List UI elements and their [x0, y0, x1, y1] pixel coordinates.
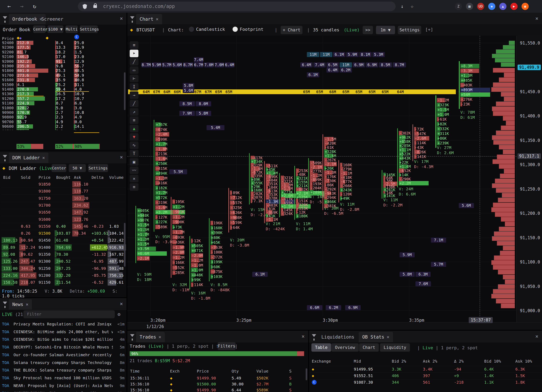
- orderbook-row[interactable]: 9220081.718.21.5: [0, 50, 126, 54]
- dom-row[interactable]: 92.0889.629135078.30-11.32167.92: [1, 251, 125, 258]
- obstats-row[interactable]: ◆91552.51406397+91.4K1.5K-66: [309, 373, 542, 379]
- expand-icon[interactable]: [+]: [425, 27, 433, 32]
- filter-funnel-icon[interactable]: [3, 302, 7, 304]
- filter-funnel-icon[interactable]: [3, 16, 7, 19]
- news-item[interactable]: TOANEAR: Proposal by [Axia] (User): Axia…: [2, 382, 125, 389]
- close-panel-icon[interactable]: ×: [120, 154, 123, 160]
- news-item[interactable]: TOACOINDESK: BitMine adds 24,000 ether, …: [2, 328, 125, 336]
- candlestick-radio[interactable]: Candlestick: [189, 27, 225, 32]
- bookmark-star-icon[interactable]: ☆: [408, 2, 416, 10]
- download-icon[interactable]: ↓: [398, 2, 406, 10]
- orderbook-row[interactable]: 92000192.291.112.9: [0, 59, 126, 64]
- snapshot-icon[interactable]: ▣: [130, 158, 138, 166]
- gear-icon[interactable]: ⚙: [118, 311, 120, 317]
- orderbook-row[interactable]: 915004.125.231.1: [0, 82, 126, 87]
- settings-button[interactable]: Settings: [88, 164, 108, 172]
- size-select[interactable]: $100 ▼: [48, 25, 63, 33]
- dom-row[interactable]: 125.26247.4791300240.52-6.95487.99: [1, 258, 125, 265]
- curve-tool-icon[interactable]: ∿: [130, 142, 138, 149]
- view-button-chart[interactable]: Chart: [359, 343, 379, 352]
- center-button[interactable]: Center: [52, 164, 66, 172]
- orderbook-row[interactable]: 91000128.25.03.0: [0, 106, 126, 110]
- obstats-row[interactable]: C91087.30344561-2181.1K1.8K-776: [309, 379, 542, 385]
- orderbook-row[interactable]: 92400212.08.425.0: [0, 41, 126, 45]
- dom-row[interactable]: 89.89152.2491400764.69+612.45916.93: [1, 244, 125, 251]
- list-icon[interactable]: ≡: [130, 116, 138, 124]
- news-item[interactable]: TOADECRYPT: Satoshi-Era Bitcoin Whale Mo…: [2, 343, 125, 351]
- chart-area[interactable]: 91,550.091,450.091,400.091,350.091,300.0…: [127, 36, 542, 330]
- close-tab-icon[interactable]: ×: [26, 302, 28, 307]
- filter-funnel-icon[interactable]: [130, 16, 135, 19]
- close-tab-icon[interactable]: ×: [158, 334, 161, 340]
- extension-icon-3[interactable]: UD: [477, 3, 484, 10]
- rect-tool-icon[interactable]: ▭: [130, 66, 138, 74]
- arrow-ne-icon[interactable]: ↗: [130, 108, 138, 116]
- extension-icon-1[interactable]: Z: [455, 3, 462, 10]
- depth-select[interactable]: 50 ▼: [69, 164, 86, 172]
- orderbook-row[interactable]: 9080092.92.34.9: [0, 115, 126, 120]
- dom-row[interactable]: 224.16417.9591200332.20-85.75750.15: [1, 272, 125, 279]
- news-item[interactable]: TOAOur co-founder Salman Avestimehr rece…: [2, 351, 125, 359]
- filter-funnel-icon[interactable]: [312, 334, 316, 337]
- extension-icon-6[interactable]: ▶: [510, 3, 518, 10]
- dom-row[interactable]: 158.58218.0791150211.54-6.52429.61: [1, 279, 125, 286]
- tab-chart[interactable]: Chart×: [136, 14, 162, 24]
- menu2-icon[interactable]: ≡: [130, 183, 138, 191]
- news-filter-input[interactable]: [23, 310, 115, 318]
- extension-icon-5[interactable]: ▲: [499, 3, 506, 10]
- tab-news[interactable]: News×: [9, 299, 32, 310]
- news-item[interactable]: TOAPrivacy Meets Regulation: COTI and Zo…: [2, 320, 125, 328]
- orderbook-row[interactable]: 91300217.316.510.9: [0, 92, 126, 96]
- close-tab-icon[interactable]: ×: [42, 155, 45, 160]
- tab-liquidations[interactable]: Liquidations: [318, 332, 358, 342]
- view-button-overview[interactable]: Overview: [331, 343, 359, 352]
- close-panel-icon[interactable]: ×: [120, 301, 123, 307]
- obstats-row[interactable]: ◆91499.953.3K3.4K-946.4K6.3K+148: [309, 366, 542, 372]
- scrollbar[interactable]: [124, 223, 125, 267]
- triangle-down-icon[interactable]: ▼: [130, 133, 138, 141]
- news-item[interactable]: TOASky Protocol has reached 100 million …: [2, 374, 125, 382]
- orderbook-row[interactable]: 91600231.835.940.8: [0, 78, 126, 82]
- reload-button[interactable]: ↻: [31, 2, 38, 10]
- dom-row[interactable]: 0.63915500.40145.46-0.231.03: [1, 223, 125, 230]
- tab-trades[interactable]: Trades×: [136, 332, 165, 342]
- orderbook-row[interactable]: 92300177.513.325.9: [0, 45, 126, 50]
- time-axis[interactable]: [127, 322, 542, 330]
- extension-icon-2[interactable]: ▦: [466, 3, 473, 10]
- view-button-table[interactable]: Table: [311, 343, 331, 352]
- close-tab-icon[interactable]: ×: [156, 16, 158, 22]
- orderbook-row[interactable]: 92100146.317.023.0: [0, 54, 126, 59]
- trade-row[interactable]: 15:36:11◆91499.905.49$502KS: [127, 375, 308, 381]
- dom-row[interactable]: 180.1360.949145061.48+0.54122.42: [1, 237, 125, 244]
- arrow-right-icon[interactable]: →: [130, 91, 138, 99]
- text-cursor-icon[interactable]: I: [130, 83, 138, 91]
- orderbook-row[interactable]: 91800401.025.348.5: [0, 68, 126, 73]
- filter-funnel-icon[interactable]: [130, 334, 135, 337]
- multi-button[interactable]: Multi: [65, 25, 78, 33]
- filter-input[interactable]: [27, 311, 111, 317]
- orderbook-row[interactable]: 90500158.48.19.2: [0, 129, 126, 130]
- menu-icon[interactable]: ≡: [130, 41, 138, 49]
- orderbook-row[interactable]: 9070055.74.90.0: [0, 120, 126, 124]
- orderbook-row[interactable]: 90900170.92.710.8: [0, 110, 126, 115]
- close-panel-icon[interactable]: ×: [120, 16, 123, 22]
- orderbook-row[interactable]: 90600206.52.214.1: [0, 124, 126, 129]
- settings-button[interactable]: Settings: [80, 25, 98, 33]
- dom-row[interactable]: 91850116.10: [1, 181, 125, 188]
- tab-screener[interactable]: Screener: [38, 14, 67, 24]
- text-tool-icon[interactable]: T: [130, 150, 138, 157]
- delete-icon[interactable]: ✕: [130, 175, 138, 182]
- interval-select[interactable]: 1m ▼: [376, 26, 395, 34]
- tab-dom-ladder[interactable]: DOM Ladder×: [9, 152, 49, 163]
- orderbook-row[interactable]: 91900235.09.856.7: [0, 64, 126, 68]
- triangle-up-icon[interactable]: ▲: [130, 125, 138, 132]
- orderbook-row[interactable]: 91100224.98.76.8: [0, 101, 126, 105]
- filters-button[interactable]: Filters: [218, 342, 236, 350]
- close-panel-icon[interactable]: ×: [535, 333, 538, 339]
- extension-icon-7[interactable]: ●: [521, 3, 529, 10]
- dom-row[interactable]: 91650147.92: [1, 209, 125, 216]
- line-tool-icon[interactable]: ╱: [130, 58, 138, 65]
- close-panel-icon[interactable]: ×: [535, 16, 538, 22]
- ruler-icon[interactable]: ⊢: [130, 75, 138, 82]
- dom-row[interactable]: 91600123.76: [1, 216, 125, 223]
